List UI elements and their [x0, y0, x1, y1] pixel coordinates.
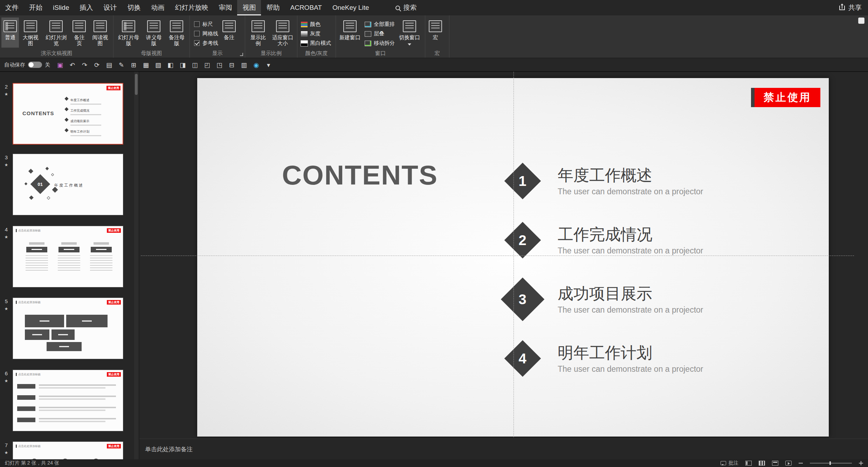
slide-2-thumbnail[interactable]: 禁止使用 CONTENTS 年度工作概述 工作完成情况 成功项目展示 明年工作计…	[13, 83, 123, 145]
scrollbar-thumb[interactable]	[135, 74, 138, 95]
fill-color-icon[interactable]: ◳	[214, 60, 225, 70]
slide-5-thumbnail[interactable]: 点击此处添加标题 禁止使用	[13, 298, 123, 359]
normal-view-icon[interactable]	[745, 461, 752, 466]
menu-tab-insert[interactable]: 插入	[74, 0, 98, 15]
ruler-checkbox[interactable]: 标尺	[194, 20, 218, 28]
mini-dark-box	[17, 384, 35, 389]
share-button[interactable]: 共享	[839, 3, 862, 12]
slide-7-thumbnail[interactable]: 点击此处添加标题 禁止使用	[13, 441, 123, 459]
switch-windows-button[interactable]: 切换窗口	[397, 18, 422, 49]
slide-3-thumbnail[interactable]: 01 年度工作概述	[13, 154, 123, 215]
black-white-button[interactable]: 黑白模式	[299, 39, 333, 47]
search-icon	[395, 6, 400, 10]
grayscale-icon	[301, 31, 308, 37]
select-icon[interactable]: ◉	[250, 60, 262, 70]
slide-number: 6 ★	[0, 370, 13, 431]
format-painter-icon[interactable]: ✎	[116, 60, 127, 70]
print-icon[interactable]: ▤	[103, 60, 115, 70]
table-icon[interactable]: ▦	[140, 60, 152, 70]
mini-header-text: 点击此处添加标题	[18, 229, 41, 232]
arrange-all-icon	[365, 22, 371, 27]
shapes-icon[interactable]: ◧	[165, 60, 176, 70]
handout-master-button[interactable]: 讲义母版	[143, 18, 165, 48]
mini-contents-title: CONTENTS	[22, 110, 54, 116]
macros-button[interactable]: 宏	[427, 18, 444, 42]
slide-6-thumbnail[interactable]: 点击此处添加标题 禁止使用	[13, 370, 123, 431]
notes-pane[interactable]: 单击此处添加备注	[139, 439, 868, 459]
diamond-decor-icon	[25, 182, 27, 185]
menu-tab-view[interactable]: 视图	[237, 0, 261, 15]
zoom-out-icon[interactable]	[799, 463, 803, 463]
group-objects-icon[interactable]: ◫	[189, 60, 201, 70]
cascade-button[interactable]: 层叠	[363, 30, 397, 38]
color-button[interactable]: 颜色	[299, 20, 333, 28]
notes-master-button[interactable]: 备注母版	[165, 18, 188, 48]
autosave-toggle[interactable]: 自动保存 关	[4, 62, 50, 68]
new-slide-icon[interactable]: ⊞	[128, 60, 139, 70]
zoom-slider-knob[interactable]	[829, 461, 831, 465]
text-line	[39, 387, 105, 389]
slide-number-label: 6	[5, 370, 8, 376]
redo-icon[interactable]: ↷	[79, 60, 90, 70]
ribbon-view-tab: 普通 大纲视图 幻灯片浏览 备注页 阅读视图 演示文稿视图	[0, 15, 868, 58]
slide-master-button[interactable]: 幻灯片母版	[115, 18, 143, 48]
agenda-item-1[interactable]: 1 年度工作概述 The user can demonstrate on a p…	[498, 155, 786, 207]
normal-view-button[interactable]: 普通	[1, 18, 19, 48]
agenda-item-2[interactable]: 2 工作完成情况 The user can demonstrate on a p…	[498, 214, 786, 266]
slide-sorter-icon[interactable]	[759, 461, 765, 466]
menu-tab-home[interactable]: 开始	[24, 0, 48, 15]
item-text: 工作完成情况 The user can demonstrate on a pro…	[558, 226, 703, 256]
gridlines-checkbox[interactable]: 网格线	[194, 30, 218, 37]
search-box[interactable]: 搜索	[395, 3, 417, 12]
outline-view-button[interactable]: 大纲视图	[19, 18, 42, 48]
menu-tab-help[interactable]: 帮助	[261, 0, 285, 15]
horizontal-guide[interactable]	[141, 256, 854, 256]
menu-tab-design[interactable]: 设计	[98, 0, 122, 15]
text-box-icon[interactable]: ▥	[238, 60, 250, 70]
undo-icon[interactable]: ↶	[67, 60, 78, 70]
text-line	[29, 242, 44, 245]
ribbon-display-options-icon[interactable]	[858, 18, 864, 24]
rotate-icon[interactable]: ◰	[201, 60, 213, 70]
slideshow-icon[interactable]	[785, 461, 792, 466]
menu-tab-acrobat[interactable]: ACROBAT	[285, 0, 327, 15]
align-icon[interactable]: ◨	[177, 60, 188, 70]
tick-icon	[16, 301, 17, 304]
slide-sorter-button[interactable]: 幻灯片浏览	[42, 18, 70, 48]
slide-canvas[interactable]: 禁止使用 CONTENTS 1 年度工作概述 The user can demo…	[139, 72, 868, 439]
current-slide[interactable]: 禁止使用 CONTENTS 1 年度工作概述 The user can demo…	[197, 78, 829, 437]
repeat-icon[interactable]: ⟳	[91, 60, 103, 70]
fit-to-window-button[interactable]: 适应窗口大小	[270, 18, 296, 48]
menu-tab-transitions[interactable]: 切换	[122, 0, 146, 15]
menu-tab-islide[interactable]: iSlide	[48, 0, 74, 15]
slide-4-thumbnail[interactable]: 点击此处添加标题 禁止使用	[13, 226, 123, 287]
notes-button[interactable]: 备注	[220, 18, 238, 42]
notes-page-button[interactable]: 备注页	[70, 18, 89, 48]
new-window-button[interactable]: 新建窗口	[337, 18, 363, 49]
chart-icon[interactable]: ▧	[152, 60, 164, 70]
zoom-in-icon[interactable]	[859, 461, 863, 465]
reading-view-icon[interactable]	[772, 461, 778, 466]
menu-tab-animations[interactable]: 动画	[146, 0, 170, 15]
slide-title[interactable]: CONTENTS	[282, 159, 438, 191]
panel-scrollbar[interactable]	[134, 72, 138, 459]
zoom-slider[interactable]	[810, 463, 852, 463]
more-commands-icon[interactable]: ▾	[263, 60, 274, 70]
arrange-all-button[interactable]: 全部重排	[363, 20, 397, 28]
comments-button[interactable]: 批注	[721, 460, 738, 466]
outline-color-icon[interactable]: ⊟	[226, 60, 237, 70]
menu-tab-review[interactable]: 审阅	[213, 0, 237, 15]
vertical-guide[interactable]	[514, 72, 514, 437]
reading-view-button[interactable]: 阅读视图	[89, 18, 112, 48]
agenda-item-3[interactable]: 3 成功项目展示 The user can demonstrate on a p…	[498, 273, 786, 326]
menu-tab-file[interactable]: 文件	[0, 0, 24, 15]
save-icon[interactable]: ▣	[54, 60, 66, 70]
grayscale-button[interactable]: 灰度	[299, 30, 333, 38]
zoom-button[interactable]: 显示比例	[247, 18, 270, 48]
guides-checkbox[interactable]: 参考线	[194, 39, 218, 47]
agenda-item-4[interactable]: 4 明年工作计划 The user can demonstrate on a p…	[498, 332, 786, 385]
menu-tab-onekey[interactable]: OneKey Lite	[327, 0, 374, 15]
checkbox-icon	[194, 21, 200, 27]
move-split-button[interactable]: 移动拆分	[363, 39, 397, 47]
menu-tab-slideshow[interactable]: 幻灯片放映	[170, 0, 213, 15]
